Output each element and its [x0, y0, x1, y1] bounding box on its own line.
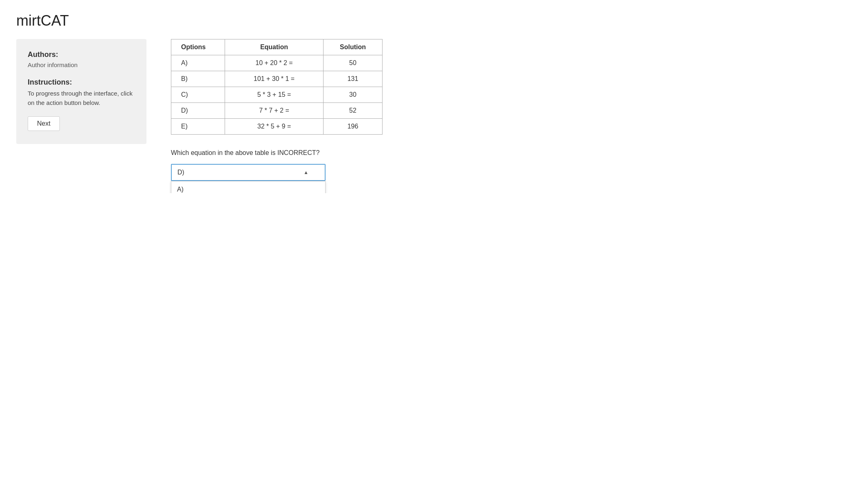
authors-label: Authors: — [28, 50, 135, 59]
table-row: D) 7 * 7 + 2 = 52 — [171, 103, 383, 119]
dropdown-selected[interactable]: D) ▲ — [171, 164, 326, 181]
col-header-options: Options — [171, 39, 225, 55]
cell-solution: 50 — [323, 55, 382, 71]
col-header-solution: Solution — [323, 39, 382, 55]
sidebar-panel: Authors: Author information Instructions… — [16, 39, 146, 144]
cell-solution: 30 — [323, 87, 382, 103]
cell-equation: 101 + 30 * 1 = — [225, 71, 324, 87]
dropdown-selected-value: D) — [177, 169, 184, 176]
equation-table: Options Equation Solution A) 10 + 20 * 2… — [171, 39, 383, 135]
cell-option: C) — [171, 87, 225, 103]
table-row: B) 101 + 30 * 1 = 131 — [171, 71, 383, 87]
next-button[interactable]: Next — [28, 116, 60, 131]
cell-option: E) — [171, 119, 225, 135]
table-row: A) 10 + 20 * 2 = 50 — [171, 55, 383, 71]
cell-option: D) — [171, 103, 225, 119]
chevron-up-icon: ▲ — [304, 170, 308, 175]
cell-option: B) — [171, 71, 225, 87]
content-area: Options Equation Solution A) 10 + 20 * 2… — [171, 39, 852, 181]
cell-solution: 196 — [323, 119, 382, 135]
cell-equation: 7 * 7 + 2 = — [225, 103, 324, 119]
cell-equation: 5 * 3 + 15 = — [225, 87, 324, 103]
table-row: C) 5 * 3 + 15 = 30 — [171, 87, 383, 103]
table-header-row: Options Equation Solution — [171, 39, 383, 55]
instructions-label: Instructions: — [28, 78, 135, 87]
instructions-text: To progress through the interface, click… — [28, 89, 135, 107]
table-row: E) 32 * 5 + 9 = 196 — [171, 119, 383, 135]
cell-solution: 131 — [323, 71, 382, 87]
app-title: mirtCAT — [16, 12, 852, 29]
cell-option: A) — [171, 55, 225, 71]
cell-solution: 52 — [323, 103, 382, 119]
question-text: Which equation in the above table is INC… — [171, 149, 852, 157]
col-header-equation: Equation — [225, 39, 324, 55]
cell-equation: 32 * 5 + 9 = — [225, 119, 324, 135]
dropdown-list: A)B)C)D)E) — [171, 181, 326, 193]
dropdown-container: D) ▲ A)B)C)D)E) — [171, 164, 326, 181]
main-layout: Authors: Author information Instructions… — [16, 39, 852, 181]
dropdown-option[interactable]: A) — [171, 181, 325, 193]
cell-equation: 10 + 20 * 2 = — [225, 55, 324, 71]
authors-content: Author information — [28, 61, 135, 68]
